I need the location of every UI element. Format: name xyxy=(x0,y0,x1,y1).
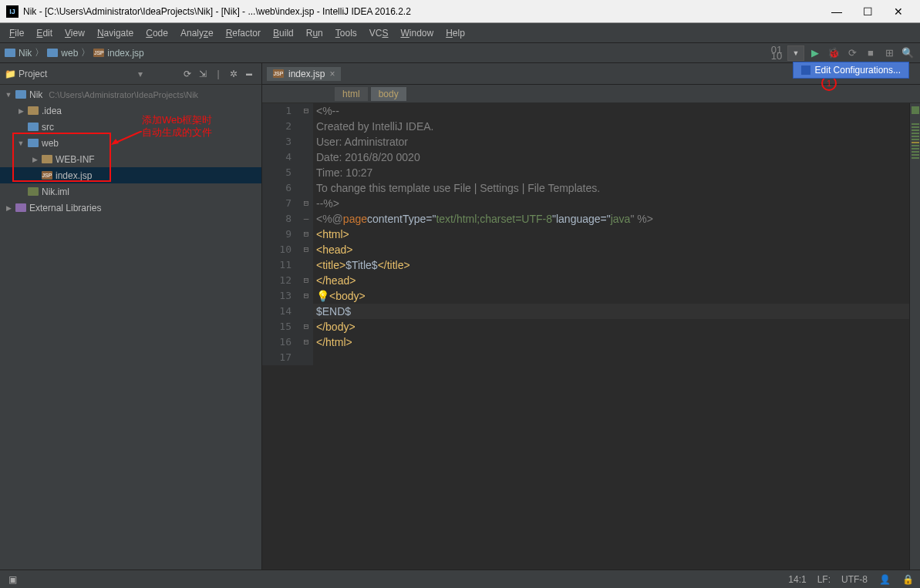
titlebar: IJ Nik - [C:\Users\Administrator\IdeaPro… xyxy=(0,0,920,23)
annotation-arrow xyxy=(111,131,143,146)
editor-breadcrumb: html body xyxy=(262,85,920,103)
menu-build[interactable]: Build xyxy=(267,28,300,39)
tree-root[interactable]: ▼ Nik C:\Users\Administrator\IdeaProject… xyxy=(0,86,261,102)
menu-file[interactable]: File xyxy=(3,28,30,39)
folder-icon xyxy=(5,49,15,57)
jsp-icon: JSP xyxy=(273,69,284,78)
encoding[interactable]: UTF-8 xyxy=(841,574,868,585)
jsp-icon: JSP xyxy=(93,49,104,57)
menu-edit[interactable]: Edit xyxy=(30,28,59,39)
maximize-button[interactable]: ☐ xyxy=(857,4,878,19)
nav-toolbar: Nik 〉 web 〉 JSP index.jsp 0110 ▼ ▶ 🐞 ⟳ ■… xyxy=(0,43,920,63)
expander-icon[interactable]: ▶ xyxy=(31,156,39,163)
folder-icon xyxy=(28,123,39,131)
status-indicator xyxy=(912,106,919,114)
build-icon[interactable]: 0110 xyxy=(769,45,784,61)
editor-tab-indexjsp[interactable]: JSP index.jsp × xyxy=(267,67,341,81)
breadcrumb-label: index.jsp xyxy=(107,48,143,59)
run-icon[interactable]: ▶ xyxy=(807,45,823,61)
stop-icon[interactable]: ■ xyxy=(863,45,878,61)
breadcrumb-web[interactable]: web xyxy=(47,48,78,59)
coverage-icon[interactable]: ⟳ xyxy=(844,45,860,61)
menubar: File Edit View Navigate Code Analyze Ref… xyxy=(0,23,920,43)
menu-window[interactable]: Window xyxy=(394,28,440,39)
dropdown-icon[interactable]: ▾ xyxy=(138,69,143,79)
menu-tools[interactable]: Tools xyxy=(329,28,363,39)
iml-icon xyxy=(28,187,39,196)
statusbar: ▣ 14:1 LF: UTF-8 👤 🔒 xyxy=(0,570,920,588)
jsp-icon: JSP xyxy=(42,171,52,180)
caret-position: 14:1 xyxy=(788,574,806,585)
project-panel-title: Project xyxy=(19,69,138,79)
line-ending[interactable]: LF: xyxy=(817,574,831,585)
breadcrumb-label: Nik xyxy=(19,48,32,59)
collapse-icon[interactable]: ⇲ xyxy=(195,69,211,79)
menu-analyze[interactable]: Analyze xyxy=(174,28,220,39)
expander-icon[interactable]: ▼ xyxy=(17,139,25,147)
gutter: 1⊟234567⊟8—9⊟10⊟1112⊟13⊟1415⊟16⊟17 xyxy=(262,103,313,570)
edit-config-label: Edit Configurations... xyxy=(815,65,901,76)
tree-idea[interactable]: ▶ .idea xyxy=(0,102,261,119)
settings-icon[interactable]: ✲ xyxy=(226,69,241,79)
menu-refactor[interactable]: Refactor xyxy=(220,28,267,39)
expander-icon[interactable]: ▶ xyxy=(17,107,25,115)
code-editor[interactable]: <%-- Created by IntelliJ IDEA. User: Adm… xyxy=(313,103,909,570)
project-panel-header: 📁 Project ▾ ⟳ ⇲ | ✲ ▬ xyxy=(0,63,261,85)
tree-indexjsp[interactable]: JSP index.jsp xyxy=(0,167,261,183)
tree-iml[interactable]: Nik.iml xyxy=(0,183,261,200)
lock-icon[interactable]: 🔒 xyxy=(901,573,914,586)
minimize-button[interactable]: — xyxy=(826,4,848,19)
project-panel: 📁 Project ▾ ⟳ ⇲ | ✲ ▬ ▼ Nik C:\Users\Adm… xyxy=(0,63,262,570)
breadcrumb-file[interactable]: JSP index.jsp xyxy=(93,48,143,59)
hide-icon[interactable]: ▬ xyxy=(241,70,257,77)
search-icon[interactable]: 🔍 xyxy=(900,45,915,61)
menu-vcs[interactable]: VCS xyxy=(363,28,395,39)
expander-icon[interactable]: ▼ xyxy=(5,91,12,99)
status-icon[interactable]: ▣ xyxy=(6,573,19,586)
tree-webinf[interactable]: ▶ WEB-INF xyxy=(0,151,261,167)
run-config-dropdown[interactable]: ▼ xyxy=(787,45,804,61)
edit-configurations-popup[interactable]: Edit Configurations... xyxy=(793,62,909,79)
menu-navigate[interactable]: Navigate xyxy=(91,28,140,39)
project-tree: ▼ Nik C:\Users\Administrator\IdeaProject… xyxy=(0,85,261,217)
folder-icon xyxy=(28,106,39,115)
inspection-icon[interactable]: 👤 xyxy=(878,573,891,586)
svg-line-0 xyxy=(114,131,142,143)
crumb-body[interactable]: body xyxy=(371,87,406,101)
project-icon: 📁 xyxy=(5,69,15,79)
folder-icon xyxy=(28,139,39,147)
svg-marker-1 xyxy=(111,139,119,145)
debug-icon[interactable]: 🐞 xyxy=(826,45,841,61)
close-button[interactable]: ✕ xyxy=(888,4,909,19)
folder-icon xyxy=(47,49,58,57)
menu-run[interactable]: Run xyxy=(300,28,329,39)
breadcrumb-root[interactable]: Nik xyxy=(5,48,32,59)
annotation-text: 添加Web框架时 自动生成的文件 xyxy=(142,114,213,139)
refresh-icon[interactable]: ⟳ xyxy=(180,69,195,79)
close-icon[interactable]: × xyxy=(329,69,335,79)
menu-help[interactable]: Help xyxy=(440,28,471,39)
config-icon xyxy=(801,66,810,75)
window-title: Nik - [C:\Users\Administrator\IdeaProjec… xyxy=(23,6,826,17)
menu-code[interactable]: Code xyxy=(140,28,174,39)
folder-icon xyxy=(42,155,52,163)
library-icon xyxy=(15,203,26,212)
error-stripe[interactable] xyxy=(909,103,920,570)
app-icon: IJ xyxy=(6,5,19,18)
editor-area: JSP index.jsp × html body 1⊟234567⊟8—9⊟1… xyxy=(262,63,920,570)
tab-label: index.jsp xyxy=(288,69,325,79)
menu-view[interactable]: View xyxy=(59,28,91,39)
expander-icon[interactable]: ▶ xyxy=(5,204,12,212)
layout-icon[interactable]: ⊞ xyxy=(881,45,897,61)
tree-external-libraries[interactable]: ▶ External Libraries xyxy=(0,200,261,216)
crumb-html[interactable]: html xyxy=(335,87,368,101)
breadcrumb-label: web xyxy=(61,48,78,59)
module-icon xyxy=(15,90,26,99)
